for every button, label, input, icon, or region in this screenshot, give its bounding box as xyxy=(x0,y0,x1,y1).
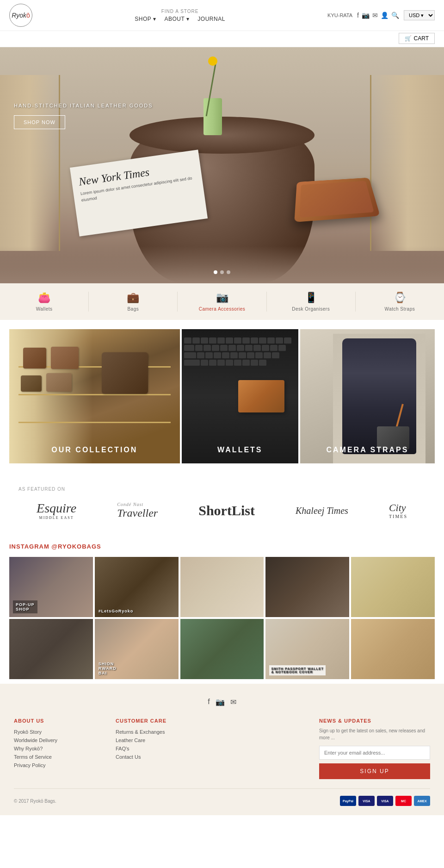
footer-link-faq[interactable]: FAQ's xyxy=(116,746,208,751)
hero-floor xyxy=(0,246,444,283)
footer-link-why[interactable]: Why Ryokō? xyxy=(14,746,106,751)
category-wallets[interactable]: 👛 Wallets xyxy=(0,292,89,312)
collection-wallets[interactable]: WALLETS xyxy=(182,329,298,463)
footer-instagram-icon[interactable]: 📷 xyxy=(216,698,225,706)
instagram-item-9[interactable]: SMITH PASSPORT WALLET& NOTEBOOK COVER xyxy=(265,619,349,679)
logo[interactable]: Ryokō xyxy=(9,4,32,27)
bag-icon: 💼 xyxy=(127,292,139,304)
wallet-icon: 👛 xyxy=(38,292,50,304)
footer-email-icon[interactable]: ✉ xyxy=(230,698,236,706)
footer-link-contact[interactable]: Contact Us xyxy=(116,754,208,760)
email-icon[interactable]: ✉ xyxy=(372,12,378,19)
instagram-item-10[interactable] xyxy=(351,619,435,679)
category-bags[interactable]: 💼 Bags xyxy=(89,292,178,312)
footer: f 📷 ✉ ABOUT US Ryokō Story Worldwide Del… xyxy=(0,684,444,815)
footer-about-col: ABOUT US Ryokō Story Worldwide Delivery … xyxy=(14,718,106,779)
brand-city: City TIMES xyxy=(389,502,407,519)
insta-overlay-2: #LetsGoRyoko xyxy=(99,609,134,613)
brand-khaleej: Khaleej Times xyxy=(296,505,348,517)
hero-subtitle: HAND-STITCHED ITALIAN LEATHER GOODS xyxy=(14,103,153,108)
cart-icon: 🛒 xyxy=(405,35,412,42)
facebook-icon[interactable]: f xyxy=(357,12,359,19)
instagram-item-5[interactable] xyxy=(351,557,435,617)
instagram-item-7[interactable]: SHIONRWARDBAI xyxy=(95,619,179,679)
nav-journal[interactable]: JOURNAL xyxy=(197,16,225,22)
city-sub: TIMES xyxy=(389,514,407,519)
email-input[interactable] xyxy=(319,746,430,760)
footer-link-returns[interactable]: Returns & Exchanges xyxy=(116,729,208,735)
insta-overlay-7: SHIONRWARDBAI xyxy=(99,662,117,675)
instagram-item-4[interactable] xyxy=(265,557,349,617)
footer-link-delivery[interactable]: Worldwide Delivery xyxy=(14,737,106,743)
category-camera[interactable]: 📷 Camera Accessories xyxy=(178,292,266,312)
hero-chair-left xyxy=(0,75,60,251)
currency-selector[interactable]: USD ▾ EUR GBP xyxy=(404,10,435,20)
category-desk[interactable]: 📱 Desk Organisers xyxy=(267,292,356,312)
collection-camera-straps[interactable]: CAMERA STRAPS xyxy=(300,329,435,463)
signup-button[interactable]: SIGN UP xyxy=(319,763,430,779)
instagram-row-2: SHIONRWARDBAI SMITH PASSPORT WALLET& NOT… xyxy=(9,619,435,679)
keyboard-image xyxy=(182,329,298,463)
desk-icon: 📱 xyxy=(305,292,317,304)
nav-shop[interactable]: SHOP ▾ xyxy=(135,16,156,22)
hero-chair-right xyxy=(370,75,444,251)
keyboard-row-3 xyxy=(184,352,296,359)
insta-overlay-1: POP-UPSHOP xyxy=(13,600,37,613)
footer-newsletter-col: NEWS & UPDATES Sign up to get the latest… xyxy=(319,718,430,779)
hero-dots xyxy=(214,270,230,274)
amex-icon: AMEX xyxy=(414,796,430,806)
category-bar: 👛 Wallets 💼 Bags 📷 Camera Accessories 📱 … xyxy=(0,283,444,320)
instagram-item-3[interactable] xyxy=(180,557,264,617)
collection-camera-label: CAMERA STRAPS xyxy=(326,446,408,454)
instagram-row-1: POP-UPSHOP #LetsGoRyoko xyxy=(9,557,435,617)
footer-link-leather-care[interactable]: Leather Care xyxy=(116,737,208,743)
payment-icons: PayPal VISA VISA MC AMEX xyxy=(340,796,430,806)
main-nav: SHOP ▾ ABOUT ▾ JOURNAL xyxy=(135,16,225,22)
footer-grid: ABOUT US Ryokō Story Worldwide Delivery … xyxy=(14,718,430,779)
hero-dot-3[interactable] xyxy=(227,270,230,274)
instagram-item-8[interactable] xyxy=(180,619,264,679)
hero-dot-2[interactable] xyxy=(220,270,224,274)
instagram-item-1[interactable]: POP-UPSHOP xyxy=(9,557,93,617)
keyboard-row xyxy=(184,337,296,344)
instagram-item-2[interactable]: #LetsGoRyoko xyxy=(95,557,179,617)
hero-cta-button[interactable]: SHOP NOW xyxy=(14,115,65,129)
collection-main-image xyxy=(9,329,180,463)
copyright-text: © 2017 Ryokō Bags. xyxy=(14,799,56,804)
footer-link-story[interactable]: Ryokō Story xyxy=(14,729,106,735)
header: Ryokō FIND A STORE SHOP ▾ ABOUT ▾ JOURNA… xyxy=(0,0,444,47)
footer-bottom: © 2017 Ryokō Bags. PayPal VISA VISA MC A… xyxy=(14,788,430,806)
instagram-title: INSTAGRAM @RYOKOBAGS xyxy=(9,543,435,550)
watch-icon: ⌚ xyxy=(394,292,406,304)
hero-section: New York Times Lorem ipsum dolor sit ame… xyxy=(0,47,444,283)
social-icons: f 📷 ✉ 👤 🔍 xyxy=(357,12,399,19)
paypal-icon: PayPal xyxy=(340,796,356,806)
footer-link-privacy[interactable]: Privacy Policy xyxy=(14,762,106,768)
hero-dot-1[interactable] xyxy=(214,270,217,274)
traveller-name: Traveller xyxy=(117,507,158,519)
instagram-icon[interactable]: 📷 xyxy=(362,12,370,19)
user-icon[interactable]: 👤 xyxy=(381,12,388,19)
footer-facebook-icon[interactable]: f xyxy=(208,698,210,706)
category-watch[interactable]: ⌚ Watch Straps xyxy=(356,292,444,312)
instagram-item-6[interactable] xyxy=(9,619,93,679)
nav-right: KYU-RATA f 📷 ✉ 👤 🔍 USD ▾ EUR GBP xyxy=(327,10,435,20)
wallet-image xyxy=(238,380,284,412)
visa-icon: VISA xyxy=(358,796,375,806)
collection-our-collection[interactable]: OUR COLLECTION xyxy=(9,329,180,463)
hero-vase xyxy=(199,98,227,154)
esquire-name: Esquire xyxy=(37,501,76,515)
footer-link-tos[interactable]: Terms of Service xyxy=(14,754,106,760)
find-store[interactable]: FIND A STORE xyxy=(161,9,199,14)
logo-area[interactable]: Ryokō xyxy=(9,4,32,27)
cart-button[interactable]: 🛒 CART xyxy=(399,33,435,44)
category-watch-label: Watch Straps xyxy=(385,306,415,312)
collection-wallets-label: WALLETS xyxy=(217,446,262,454)
brand-esquire: Esquire MIDDLE EAST xyxy=(37,501,76,520)
nav-about[interactable]: ABOUT ▾ xyxy=(164,16,189,22)
featured-logos: Esquire MIDDLE EAST Condé Nast Traveller… xyxy=(18,501,426,520)
logo-dot: ō xyxy=(26,12,30,19)
category-bags-label: Bags xyxy=(127,306,139,312)
cart-label: CART xyxy=(414,35,429,42)
search-icon[interactable]: 🔍 xyxy=(391,12,399,19)
